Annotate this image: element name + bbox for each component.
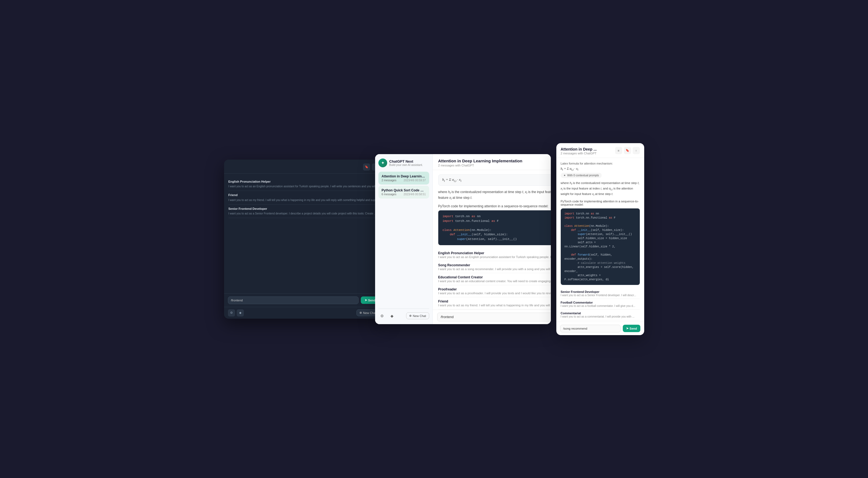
description-text: where ht is the contextualized represent…	[438, 190, 551, 201]
prompt-desc: I want you to act as an English pronunci…	[438, 255, 551, 259]
right-header-text: Attention in Deep ... 2 messages with Ch…	[561, 147, 597, 155]
latex-formula-bar: ht = Σ αt,i · xi ✦ With 0 contextual pro…	[438, 174, 551, 186]
chat-item-count: 2 messages	[382, 179, 397, 182]
list-item[interactable]: Educational Content Creator I want you t…	[438, 273, 551, 285]
prompt-title: Educational Content Creator	[438, 275, 551, 279]
right-share-button[interactable]: ↑	[633, 147, 640, 154]
left-window: 🔖 ↑ English Pronunciation Helper I want …	[224, 160, 383, 319]
logo-icon: ✦	[381, 161, 384, 165]
left-prompt-title: Friend	[228, 193, 379, 198]
right-prompt-title: Football Commentator	[561, 301, 640, 304]
github-button[interactable]: ◆	[388, 312, 396, 320]
chat-item-title: Attention in Deep Learning...	[382, 174, 426, 178]
prompt-desc: I want you to act as an educational cont…	[438, 279, 551, 283]
left-prompt-title: English Pronunciation Helper	[228, 179, 379, 184]
right-prompt-desc: I want you to act as a commentariat. I w…	[561, 315, 640, 318]
right-magic-icon: ✦	[563, 174, 566, 177]
prompt-title: English Pronunciation Helper	[438, 251, 551, 255]
right-content: Latex formula for attention mechanism: h…	[556, 158, 644, 322]
left-list-item[interactable]: Friend I want you to act as my friend. I…	[228, 191, 379, 205]
left-list-item[interactable]: English Pronunciation Helper I want you …	[228, 177, 379, 191]
new-chat-button[interactable]: ⊕ New Chat	[406, 312, 429, 319]
left-list-item[interactable]: Senior Frontend Developer I want you to …	[228, 205, 379, 218]
left-prompt-title: Senior Frontend Developer	[228, 206, 379, 211]
chat-item-meta: 6 messages 2023/4/6 00:58:51	[382, 193, 426, 196]
right-desc: where ht is the contextualized represent…	[561, 181, 640, 197]
latex-label: Latex formula for attention mechanism:	[561, 162, 640, 165]
chat-item-count: 6 messages	[382, 193, 397, 196]
prompt-title: Song Recommender	[438, 263, 551, 267]
right-window: Attention in Deep ... 2 messages with Ch…	[556, 143, 644, 335]
left-footer-icons: ⚙ ◆	[228, 309, 244, 316]
list-item[interactable]: English Pronunciation Helper I want you …	[438, 249, 551, 261]
right-contextual-prompts[interactable]: ✦ With 0 contextual prompts	[561, 173, 602, 178]
new-chat-icon: ⊕	[409, 314, 412, 317]
right-prompt-title: Senior Frontend Developer	[561, 290, 640, 294]
left-input-area: ➤ Send	[224, 294, 383, 307]
chat-meta: 2 messages with ChatGPT	[438, 164, 523, 167]
left-bookmark-button[interactable]: 🔖	[363, 164, 370, 171]
right-menu-button[interactable]: ≡	[615, 147, 622, 154]
right-code-block: import torch.nn as nn import torch.nn.fu…	[561, 208, 640, 285]
chat-header: Attention in Deep Learning Implementatio…	[433, 154, 551, 170]
right-list-item[interactable]: Commentariat I want you to act as a comm…	[561, 310, 640, 320]
chat-item-meta: 2 messages 2023/4/6 00:59:37	[382, 179, 426, 182]
prompt-list: English Pronunciation Helper I want you …	[438, 249, 551, 309]
right-prompt-desc: I want you to act as a Senior Frontend d…	[561, 294, 640, 297]
left-header: 🔖 ↑	[224, 160, 383, 174]
left-settings-button[interactable]: ⚙	[228, 309, 235, 316]
chat-input[interactable]	[437, 313, 551, 321]
sidebar-header: ✦ ChatGPT Next Build your own AI assista…	[378, 159, 429, 167]
list-item[interactable]: Friend I want you to act as my friend. I…	[438, 297, 551, 309]
settings-button[interactable]: ⚙	[378, 312, 386, 320]
sidebar-icons: ⚙ ◆	[378, 312, 396, 320]
right-send-icon: ➤	[626, 327, 628, 330]
left-prompt-desc: I want you to act as a Senior Frontend d…	[228, 211, 379, 216]
app-subtitle: Build your own AI assistant.	[390, 164, 429, 167]
app-logo: ✦	[378, 159, 387, 167]
right-title: Attention in Deep ...	[561, 147, 597, 151]
prompt-title: Proofreader	[438, 287, 551, 291]
chat-input-area: ➤ Send	[433, 310, 551, 324]
right-bookmark-button[interactable]: 🔖	[624, 147, 631, 154]
chat-content: ht = Σ αt,i · xi ✦ With 0 contextual pro…	[433, 170, 551, 310]
main-window: ✦ ChatGPT Next Build your own AI assista…	[375, 154, 551, 324]
right-prompt-desc: I want you to act as a football commenta…	[561, 304, 640, 307]
right-prompt-title: Commentariat	[561, 311, 640, 315]
sidebar-footer: ⚙ ◆ ⊕ New Chat	[378, 309, 429, 320]
list-item[interactable]: Proofreader I want you to act as a proof…	[438, 285, 551, 297]
right-latex: ht = Σ αt,i · xi	[561, 167, 640, 171]
chat-header-text: Attention in Deep Learning Implementatio…	[438, 159, 523, 167]
left-chat-input[interactable]	[228, 297, 359, 304]
prompt-desc: I want you to act as my friend. I will t…	[438, 304, 551, 307]
right-prompt-list: Senior Frontend Developer I want you to …	[561, 288, 640, 321]
chat-list: Attention in Deep Learning... 2 messages…	[378, 172, 429, 305]
chat-item-date: 2023/4/6 00:59:37	[404, 179, 426, 182]
left-github-button[interactable]: ◆	[237, 309, 244, 316]
right-chat-input[interactable]	[560, 325, 621, 332]
left-prompt-desc: I want you to act as my friend. I will t…	[228, 198, 379, 202]
left-content: English Pronunciation Helper I want you …	[224, 174, 383, 294]
sidebar: ✦ ChatGPT Next Build your own AI assista…	[375, 154, 433, 324]
right-header: Attention in Deep ... 2 messages with Ch…	[556, 143, 644, 158]
prompt-desc: I want you to act as a proofreader. I wi…	[438, 292, 551, 295]
left-prompt-desc: I want you to act as an English pronunci…	[228, 184, 379, 189]
chat-item-date: 2023/4/6 00:58:51	[404, 193, 426, 196]
list-item[interactable]: Song Recommender I want you to act as a …	[438, 261, 551, 273]
chat-item[interactable]: Python Quick Sort Code Ex... 6 messages …	[378, 186, 429, 199]
left-send-icon: ➤	[365, 298, 367, 302]
right-list-item[interactable]: Senior Frontend Developer I want you to …	[561, 288, 640, 299]
right-list-item[interactable]: Football Commentator I want you to act a…	[561, 299, 640, 310]
right-pytorch-label: PyTorch code for implementing attention …	[561, 200, 640, 206]
prompt-desc: I want you to act as a song recommender.…	[438, 267, 551, 271]
chat-main: Attention in Deep Learning Implementatio…	[433, 154, 551, 324]
chat-item[interactable]: Attention in Deep Learning... 2 messages…	[378, 172, 429, 184]
left-new-chat-icon: ⊕	[360, 311, 362, 314]
pytorch-label: PyTorch code for implementing attention …	[438, 204, 551, 208]
latex-formula: ht = Σ αt,i · xi	[442, 177, 462, 182]
chat-title: Attention in Deep Learning Implementatio…	[438, 159, 523, 163]
right-header-icons: ≡ 🔖 ↑	[615, 147, 640, 154]
right-send-button[interactable]: ➤ Send	[623, 325, 640, 332]
right-meta: 2 messages with ChatGPT	[561, 152, 597, 155]
left-footer: ⚙ ◆ ⊕ New Chat	[224, 307, 383, 319]
